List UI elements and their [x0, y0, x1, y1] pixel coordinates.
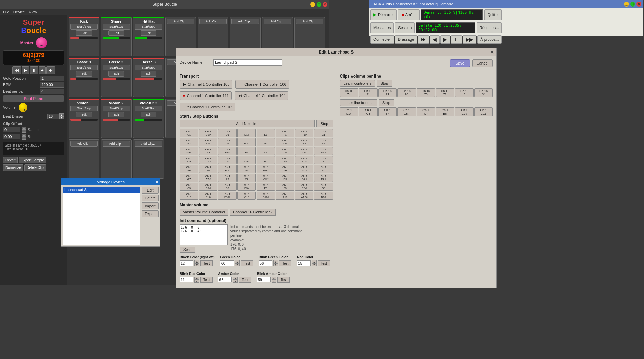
ctrl-g9[interactable]: Ch 1G9	[314, 183, 333, 191]
black-color-test[interactable]: Test	[200, 260, 213, 266]
red-color-up[interactable]: ▲	[312, 260, 317, 263]
jack-messages-btn[interactable]: Messages	[370, 22, 394, 33]
ctrl-e1[interactable]: Ch 1E1	[257, 129, 275, 137]
jack-brassage-btn[interactable]: Brassage	[395, 35, 417, 44]
ctrl-c5[interactable]: Ch 1C5	[180, 156, 198, 164]
learn-controllers-btn[interactable]: Learn controllers	[340, 80, 375, 87]
ctrl-d9[interactable]: Ch 1D9	[218, 183, 237, 191]
green-color-up[interactable]: ▲	[235, 260, 240, 263]
menu-file[interactable]: File	[3, 10, 9, 14]
maximize-btn[interactable]: □	[317, 2, 321, 7]
clip-violon22-edit[interactable]: Edit	[141, 112, 156, 117]
ctrl-e9[interactable]: Ch 1E9	[257, 183, 275, 191]
minimize-btn[interactable]: _	[310, 2, 315, 7]
amber-color-test[interactable]: Test	[239, 277, 251, 283]
blink-red-color-up[interactable]: ▲	[194, 277, 199, 280]
ctrl-f9s[interactable]: Ch 1F9#	[295, 183, 313, 191]
normalize-btn[interactable]: Normalize	[3, 164, 23, 171]
ctrl-a3[interactable]: Ch 1A3	[199, 147, 217, 155]
blink-amber-color-down[interactable]: ▼	[272, 280, 276, 283]
ctrl-f10[interactable]: Ch 1F10	[199, 192, 217, 200]
jack-connecter-btn[interactable]: Connecter	[370, 35, 394, 44]
jack-transport-start[interactable]: ⏮	[418, 35, 429, 44]
ctrl-c5s[interactable]: Ch 1C5#	[199, 156, 217, 164]
jack-session-btn[interactable]: Session	[395, 22, 415, 33]
save-btn[interactable]: Save	[450, 59, 470, 67]
green-color-input[interactable]	[220, 260, 234, 266]
beat-diviser-down[interactable]: ▼	[59, 116, 64, 119]
black-color-down[interactable]: ▼	[194, 263, 199, 266]
transport-record[interactable]: ●	[39, 66, 46, 74]
red-color-test[interactable]: Test	[318, 260, 330, 266]
jack-arreter-btn[interactable]: ■ Arrêter	[398, 9, 420, 20]
master-vol-ch16-btn[interactable]: Channel 16 Controller 7	[230, 209, 276, 216]
ctrl-a2s[interactable]: Ch 1A2#	[276, 138, 294, 146]
ctrl-d4[interactable]: Ch 1D4	[295, 147, 313, 155]
ctrl-c9[interactable]: Ch 1C9	[180, 183, 198, 191]
goto-input[interactable]	[40, 76, 64, 81]
ctrl-b3[interactable]: Ch 1B3	[237, 147, 256, 155]
menu-view[interactable]: View	[29, 10, 37, 14]
beat-diviser-up[interactable]: ▲	[59, 113, 64, 116]
ctrl-a2[interactable]: Ch 1A2	[257, 138, 275, 146]
device-launchpad-s[interactable]: Launchpad S	[63, 187, 140, 193]
ctrl-f6s[interactable]: Ch 1F6#	[218, 165, 237, 173]
ctrl-a6s[interactable]: Ch 1A6#	[295, 165, 313, 173]
stop-ctrl1-btn[interactable]: Stop	[377, 80, 392, 87]
ctrl-f1[interactable]: Ch 1F1	[276, 129, 294, 137]
jack-demarrer-btn[interactable]: ▶ Démarrer	[370, 9, 397, 20]
ctrl-f5[interactable]: Ch 1F5	[276, 156, 294, 164]
ctrl-c8[interactable]: Ch 1C8	[237, 174, 256, 182]
clip-basse1-ss[interactable]: Start/Stop	[70, 65, 98, 70]
clip-basse1-edit[interactable]: Edit	[76, 71, 92, 77]
ctrl-c9s[interactable]: Ch 1C9#	[199, 183, 217, 191]
jack-apropos-btn[interactable]: À propos...	[477, 35, 502, 44]
ctrl-g2s[interactable]: Ch 1G2#	[237, 138, 256, 146]
clip-kick-edit[interactable]: Edit	[76, 30, 92, 36]
blink-green-color-input[interactable]	[259, 260, 272, 266]
jack-transport-pause2[interactable]: ⏸	[451, 35, 462, 44]
init-cmd-input[interactable]: 176, 0, 0 176, 0, 40	[180, 224, 228, 245]
clip-basse3-edit[interactable]: Edit	[141, 71, 156, 77]
ctrl-g3s[interactable]: Ch 1G3#	[180, 147, 198, 155]
close-main-btn[interactable]: ✕	[323, 2, 327, 7]
black-color-input[interactable]	[180, 260, 193, 266]
ctrl-a10[interactable]: Ch 1A10	[276, 192, 294, 200]
jack-transport-prev[interactable]: ◀	[430, 35, 440, 44]
manage-export-btn[interactable]: Export	[142, 210, 159, 217]
jack-transport-next[interactable]: ▶▶	[463, 35, 476, 44]
ctrl-a3s[interactable]: Ch 1A3#	[218, 147, 237, 155]
edit-launchpad-close-btn[interactable]: ✕	[490, 49, 494, 55]
add-next-line-btn[interactable]: Add Next line	[180, 120, 315, 127]
send-btn[interactable]: Send	[180, 247, 195, 253]
ctrl-g6[interactable]: Ch 1G6	[237, 165, 256, 173]
ctrl-d9s[interactable]: Ch 1D9#	[237, 183, 256, 191]
offset-beat-down[interactable]: ▼	[22, 137, 26, 140]
ctrl-c1[interactable]: Ch 1C1	[180, 129, 198, 137]
green-color-test[interactable]: Test	[241, 260, 253, 266]
active-clip-name[interactable]: Petit Piano	[3, 95, 64, 102]
ctrl-e6[interactable]: Ch 1E6	[180, 165, 198, 173]
blink-green-color-down[interactable]: ▼	[273, 263, 278, 266]
menu-device[interactable]: Device	[13, 10, 25, 14]
ctrl-c1s[interactable]: Ch 1C1#	[199, 129, 217, 137]
clip-add-15[interactable]: Add Clip...	[103, 141, 130, 147]
manage-import-btn[interactable]: Import	[142, 202, 159, 209]
ctrl-e2[interactable]: Ch 1E2	[180, 138, 198, 146]
cancel-btn[interactable]: Cancel	[472, 59, 493, 67]
manage-delete-btn[interactable]: Delete	[142, 195, 159, 201]
ctrl-f10s[interactable]: Ch 1F10#	[218, 192, 237, 200]
clip-violon2-edit[interactable]: Edit	[108, 112, 124, 117]
black-color-up[interactable]: ▲	[194, 260, 199, 263]
clip-add-5[interactable]: Add Clip...	[296, 19, 323, 24]
jack-quitter-btn[interactable]: Quitter	[484, 9, 502, 20]
ctrl-b2b[interactable]: Ch 1B2	[314, 138, 333, 146]
green-color-down[interactable]: ▼	[235, 263, 240, 266]
clip-snare-ss[interactable]: Start/Stop	[103, 24, 130, 30]
ctrl-f1s[interactable]: Ch 1F1#	[295, 129, 313, 137]
offset-beat-input[interactable]	[3, 134, 20, 139]
clip-kick-ss[interactable]: Start/Stop	[70, 24, 98, 30]
ctrl-b2a[interactable]: Ch 1B2	[295, 138, 313, 146]
ctrl-g10s[interactable]: Ch 1G10#	[257, 192, 275, 200]
ctrl-d8[interactable]: Ch 1D8	[276, 174, 294, 182]
